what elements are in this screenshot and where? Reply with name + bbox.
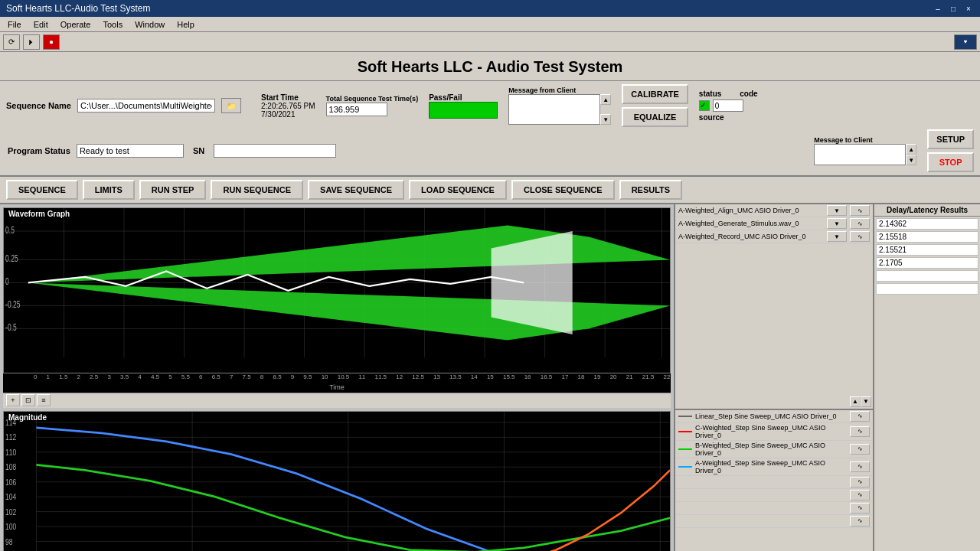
setup-button[interactable]: SETUP xyxy=(927,129,974,149)
mag-item-4-btn[interactable]: ∿ xyxy=(850,477,870,487)
save-sequence-button[interactable]: SAVE SEQUENCE xyxy=(308,180,404,200)
mag-item-2-btn[interactable]: ∿ xyxy=(850,444,870,455)
equalize-button[interactable]: EQUALIZE xyxy=(622,107,688,127)
delay-header: Delay/Latency Results xyxy=(874,204,980,217)
list-item-1: A-Weighted_Generate_Stimulus.wav_0 ▼ ∿ xyxy=(675,217,873,230)
waveform-title: Waveform Graph xyxy=(8,210,70,218)
waveform-fit-btn[interactable]: ⊡ xyxy=(21,394,35,406)
mag-item-5-btn[interactable]: ∿ xyxy=(850,490,870,500)
delay-item-2: 2.15521 xyxy=(876,244,978,256)
menu-edit[interactable]: Edit xyxy=(29,18,53,31)
mag-color-2 xyxy=(678,448,692,450)
load-sequence-button[interactable]: LOAD SEQUENCE xyxy=(409,180,507,200)
svg-marker-21 xyxy=(28,225,670,282)
stop-button[interactable]: STOP xyxy=(927,152,974,172)
sequence-name-label: Sequence Name xyxy=(6,101,71,110)
menu-help[interactable]: Help xyxy=(172,18,199,31)
code-input[interactable] xyxy=(713,99,743,112)
delay-item-3: 2.1705 xyxy=(876,257,978,269)
magnitude-chart: Magnitude xyxy=(3,411,671,551)
svg-text:112: 112 xyxy=(5,432,16,442)
magnitude-legend-panel: Linear_Step Sine Sweep_UMC ASIO Driver_0… xyxy=(675,410,873,551)
waveform-item-2-btn1[interactable]: ▼ xyxy=(827,231,847,242)
run-step-button[interactable]: RUN STEP xyxy=(139,180,207,200)
program-status-label: Program Status xyxy=(8,146,70,155)
minimize-btn[interactable]: – xyxy=(933,3,943,14)
mag-item-3-btn[interactable]: ∿ xyxy=(850,461,870,472)
mag-color-0 xyxy=(678,416,692,417)
results-button[interactable]: RESULTS xyxy=(619,180,683,200)
svg-marker-22 xyxy=(28,282,670,340)
svg-marker-23 xyxy=(492,231,573,334)
msg-to-down-btn[interactable]: ▼ xyxy=(906,155,916,165)
waveform-svg: 0.5 0.25 0 -0.25 -0.5 xyxy=(4,208,670,357)
program-status-input[interactable] xyxy=(77,144,184,158)
svg-text:98: 98 xyxy=(5,536,13,546)
controls-row1: Sequence Name 📁 Start Time 2:20:26.765 P… xyxy=(6,84,974,127)
menu-operate[interactable]: Operate xyxy=(56,18,96,31)
sequence-button[interactable]: SEQUENCE xyxy=(6,180,78,200)
delay-item-5 xyxy=(876,283,978,295)
maximize-btn[interactable]: □ xyxy=(948,3,959,14)
delay-panel: Delay/Latency Results 2.14362 2.15518 2.… xyxy=(873,204,980,551)
menu-tools[interactable]: Tools xyxy=(98,18,127,31)
mag-item-0-btn[interactable]: ∿ xyxy=(850,411,870,422)
message-to-client-group: Message to Client ▲ ▼ xyxy=(814,136,916,165)
waveform-chart: Waveform Graph xyxy=(3,207,671,373)
sn-input[interactable] xyxy=(214,144,336,158)
waveform-item-0-btn1[interactable]: ▼ xyxy=(827,205,847,216)
menu-file[interactable]: File xyxy=(3,18,26,31)
msg-from-up-btn[interactable]: ▲ xyxy=(600,94,611,105)
run-sequence-button[interactable]: RUN SEQUENCE xyxy=(211,180,303,200)
mag-item-6-btn[interactable]: ∿ xyxy=(850,503,870,514)
toolbar-btn-3[interactable]: ● xyxy=(43,34,60,50)
legend-top-scroll-down[interactable]: ▼ xyxy=(861,396,871,407)
svg-text:0: 0 xyxy=(5,277,9,287)
waveform-options-btn[interactable]: ≡ xyxy=(37,394,51,406)
sequence-name-input[interactable] xyxy=(77,99,215,112)
toolbar-btn-2[interactable]: ⏵ xyxy=(23,34,40,50)
waveform-zoom-btn[interactable]: + xyxy=(6,394,20,406)
menu-bar: File Edit Operate Tools Window Help xyxy=(0,17,980,32)
delay-list: 2.14362 2.15518 2.15521 2.1705 xyxy=(874,217,980,551)
start-time-group: Start Time 2:20:26.765 PM 7/30/2021 xyxy=(261,93,315,119)
legend-top-scroll-up[interactable]: ▲ xyxy=(850,396,861,407)
close-sequence-button[interactable]: CLOSE SEQUENCE xyxy=(511,180,615,200)
mag-item-1-btn[interactable]: ∿ xyxy=(850,426,870,437)
waveform-item-2-btn2[interactable]: ∿ xyxy=(850,231,870,242)
message-from-client-box xyxy=(508,94,600,125)
waveform-xlabel: Time xyxy=(3,383,671,393)
button-row: SEQUENCE LIMITS RUN STEP RUN SEQUENCE SA… xyxy=(0,177,980,204)
browse-button[interactable]: 📁 xyxy=(221,98,241,113)
close-btn[interactable]: × xyxy=(963,3,974,14)
waveform-item-0-btn2[interactable]: ∿ xyxy=(850,205,870,216)
waveform-canvas: 0.5 0.25 0 -0.25 -0.5 xyxy=(4,208,670,357)
total-sequence-input[interactable] xyxy=(326,103,387,116)
total-sequence-group: Total Sequence Test Time(s) xyxy=(326,95,419,116)
title-bar: Soft Hearts LLC-Audio Test System – □ × xyxy=(0,0,980,17)
controls-area: Sequence Name 📁 Start Time 2:20:26.765 P… xyxy=(0,81,980,177)
waveform-item-1-btn1[interactable]: ▼ xyxy=(827,218,847,229)
waveform-toolbar: + ⊡ ≡ xyxy=(3,393,671,408)
svg-text:106: 106 xyxy=(5,478,17,487)
msg-to-up-btn[interactable]: ▲ xyxy=(906,144,916,155)
mag-item-4: ∿ xyxy=(675,476,873,489)
title-bar-text: Soft Hearts LLC-Audio Test System xyxy=(6,3,151,14)
delay-item-1: 2.15518 xyxy=(876,231,978,243)
setup-stop-group: SETUP STOP xyxy=(927,129,974,172)
magnitude-svg: 114 112 110 108 106 104 102 100 98 96 94… xyxy=(4,412,670,551)
calibrate-equalize-group: CALIBRATE EQUALIZE xyxy=(622,84,688,127)
mag-color-3 xyxy=(678,466,692,468)
calibrate-button[interactable]: CALIBRATE xyxy=(622,84,688,104)
menu-window[interactable]: Window xyxy=(130,18,169,31)
waveform-legend-panel: A-Weighted_Align_UMC ASIO Driver_0 ▼ ∿ A… xyxy=(675,204,873,410)
controls-row2: Program Status SN Message to Client ▲ ▼ … xyxy=(6,129,974,172)
toolbar-btn-1[interactable]: ⟳ xyxy=(3,34,20,50)
waveform-item-1-btn2[interactable]: ∿ xyxy=(850,218,870,229)
mag-item-7-btn[interactable]: ∿ xyxy=(850,516,870,527)
limits-button[interactable]: LIMITS xyxy=(83,180,135,200)
msg-from-down-btn[interactable]: ▼ xyxy=(600,114,611,125)
logo-icon: ♥ xyxy=(954,34,977,50)
app-header: Soft Hearts LLC - Audio Test System xyxy=(0,52,980,81)
title-bar-controls: – □ × xyxy=(933,3,974,14)
